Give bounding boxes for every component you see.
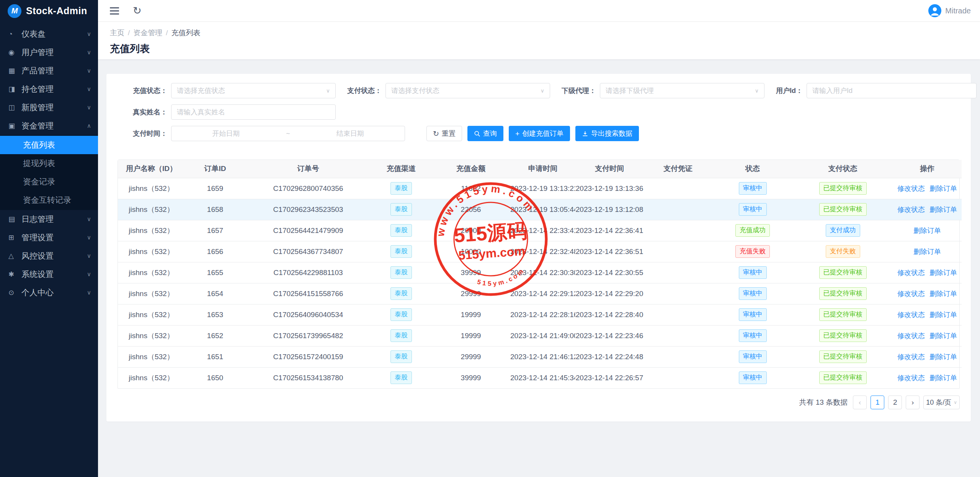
sidebar-item-profile[interactable]: ⊙个人中心∨ — [0, 283, 98, 302]
pay-status-cell: 已提交待审核 — [793, 262, 893, 283]
status-cell: 审核中 — [712, 262, 793, 283]
pay-status-select[interactable]: 请选择支付状态 ∨ — [385, 83, 550, 98]
order-id-cell: 1656 — [185, 241, 245, 262]
modify-status-link[interactable]: 修改状态 — [897, 290, 925, 298]
sidebar-item-logs[interactable]: ▤日志管理∨ — [0, 210, 98, 228]
sidebar-item-users[interactable]: ◉用户管理∨ — [0, 43, 98, 62]
chevron-down-icon: ∨ — [87, 271, 91, 278]
sidebar-item-dashboard[interactable]: ◔仪表盘∨ — [0, 25, 98, 43]
order-no-cell: C1702561534138780 — [245, 367, 371, 388]
chevron-down-icon: ∨ — [326, 88, 330, 94]
chevron-right-icon: › — [911, 398, 914, 407]
breadcrumb-home[interactable]: 主页 — [110, 28, 124, 38]
user-id-input[interactable]: 请输入用户Id — [807, 83, 977, 98]
delete-order-link[interactable]: 删除订单 — [929, 332, 957, 340]
actions-cell: 修改状态删除订单 — [893, 283, 962, 304]
delete-order-link[interactable]: 删除订单 — [929, 185, 957, 192]
modify-status-link[interactable]: 修改状态 — [897, 353, 925, 361]
recharge-list-card: 充值状态： 请选择充值状态 ∨ 支付状态： 请选择支付状态 ∨ — [106, 74, 971, 422]
actions-cell: 修改状态删除订单 — [893, 325, 962, 346]
create-order-button-label: 创建充值订单 — [522, 129, 564, 138]
reset-button[interactable]: ↻ 重置 — [426, 126, 462, 141]
pay-status-cell: 已提交待审核 — [793, 346, 893, 367]
pagination-page-1[interactable]: 1 — [871, 396, 884, 409]
sidebar-item-admin-settings[interactable]: ⊞管理设置∨ — [0, 228, 98, 247]
recharge-status-select[interactable]: 请选择充值状态 ∨ — [171, 83, 336, 98]
actions-cell: 修改状态删除订单 — [893, 199, 962, 220]
table-row-1654: jishns（532）1654C1702564151558766泰股299992… — [118, 283, 962, 304]
sidebar-item-label: 管理设置 — [21, 232, 87, 243]
delete-order-link[interactable]: 删除订单 — [929, 290, 957, 298]
sub-agent-select[interactable]: 请选择下级代理 ∨ — [600, 83, 764, 98]
apply-time-cell: 2023-12-19 13:05:44 — [510, 199, 575, 220]
order-id-cell: 1654 — [185, 283, 245, 304]
sidebar-item-positions[interactable]: ◨持仓管理∨ — [0, 80, 98, 98]
delete-order-link[interactable]: 删除订单 — [929, 269, 957, 277]
delete-order-link[interactable]: 删除订单 — [929, 311, 957, 319]
pagination-total: 共有 13 条数据 — [799, 397, 848, 407]
sidebar-item-system-settings[interactable]: ✱系统设置∨ — [0, 265, 98, 283]
sidebar-item-risk-settings[interactable]: △风控设置∨ — [0, 247, 98, 265]
export-data-button[interactable]: 导出搜索数据 — [575, 126, 639, 141]
amount-cell: 39999 — [431, 262, 510, 283]
sidebar-subitem-funds-3[interactable]: 资金互转记录 — [0, 191, 98, 209]
modify-status-link[interactable]: 修改状态 — [897, 311, 925, 319]
breadcrumb-funds[interactable]: 资金管理 — [133, 28, 162, 38]
actions-cell: 修改状态删除订单 — [893, 304, 962, 325]
delete-order-link[interactable]: 删除订单 — [913, 248, 941, 256]
sidebar-menu: ◔仪表盘∨◉用户管理∨▦产品管理∨◨持仓管理∨◫新股管理∨▣资金管理∧充值列表提… — [0, 22, 98, 302]
sidebar-subitem-funds-0[interactable]: 充值列表 — [0, 136, 98, 154]
page-size-select[interactable]: 10 条/页 ∨ — [923, 396, 960, 409]
apply-time-cell: 2023-12-14 22:30:30 — [510, 262, 575, 283]
modify-status-link[interactable]: 修改状态 — [897, 332, 925, 340]
amount-cell: 29999 — [431, 283, 510, 304]
sidebar-subitem-funds-2[interactable]: 资金记录 — [0, 173, 98, 191]
new-stock-icon: ◫ — [8, 103, 19, 112]
table-row-1659: jishns（532）1659C1702962800740356泰股116522… — [118, 178, 962, 199]
content: 充值状态： 请选择充值状态 ∨ 支付状态： 请选择支付状态 ∨ — [98, 59, 980, 477]
status-cell: 审核中 — [712, 199, 793, 220]
user-cell: jishns（532） — [118, 367, 185, 388]
channel-cell: 泰股 — [371, 325, 431, 346]
create-order-button[interactable]: + 创建充值订单 — [509, 126, 570, 141]
sidebar-item-funds[interactable]: ▣资金管理∧ — [0, 117, 98, 135]
user-cell: jishns（532） — [118, 346, 185, 367]
delete-order-link[interactable]: 删除订单 — [929, 353, 957, 361]
page-size-value: 10 条/页 — [926, 398, 951, 407]
voucher-cell — [644, 346, 712, 367]
menu-fold-icon[interactable] — [110, 7, 119, 15]
sidebar-subitem-funds-1[interactable]: 提现列表 — [0, 154, 98, 173]
delete-order-link[interactable]: 删除订单 — [929, 374, 957, 382]
chevron-down-icon: ∨ — [87, 49, 91, 56]
pagination-prev-button[interactable]: ‹ — [853, 396, 867, 409]
pay-status-placeholder: 请选择支付状态 — [391, 86, 439, 95]
delete-order-link[interactable]: 删除订单 — [913, 227, 941, 234]
amount-cell: 20000 — [431, 220, 510, 241]
column-header-9: 支付状态 — [793, 160, 893, 178]
query-button[interactable]: 查询 — [467, 126, 503, 141]
actions-cell: 删除订单 — [893, 220, 962, 241]
column-header-1: 订单ID — [185, 160, 245, 178]
sidebar-item-new-stock[interactable]: ◫新股管理∨ — [0, 98, 98, 117]
pagination-page-2[interactable]: 2 — [888, 396, 902, 409]
modify-status-link[interactable]: 修改状态 — [897, 185, 925, 192]
sidebar-item-products[interactable]: ▦产品管理∨ — [0, 62, 98, 80]
funds-icon: ▣ — [8, 122, 19, 130]
pay-time-cell: 2023-12-14 22:29:20 — [575, 283, 644, 304]
pay-time-cell: 2023-12-14 22:30:55 — [575, 262, 644, 283]
users-icon: ◉ — [8, 48, 19, 57]
modify-status-link[interactable]: 修改状态 — [897, 206, 925, 213]
modify-status-link[interactable]: 修改状态 — [897, 269, 925, 277]
sidebar-item-label: 仪表盘 — [21, 29, 87, 39]
pay-time-range-picker[interactable]: 开始日期 ~ 结束日期 — [171, 126, 405, 141]
chevron-down-icon: ∨ — [541, 88, 544, 94]
modify-status-link[interactable]: 修改状态 — [897, 374, 925, 382]
user-cell: jishns（532） — [118, 304, 185, 325]
topbar-user[interactable]: Mitrade — [928, 4, 971, 17]
channel-cell: 泰股 — [371, 283, 431, 304]
delete-order-link[interactable]: 删除订单 — [929, 206, 957, 213]
real-name-input[interactable]: 请输入真实姓名 — [171, 104, 336, 120]
chevron-down-icon: ∨ — [87, 67, 91, 74]
pagination-next-button[interactable]: › — [906, 396, 920, 409]
refresh-icon[interactable]: ↻ — [133, 6, 142, 16]
